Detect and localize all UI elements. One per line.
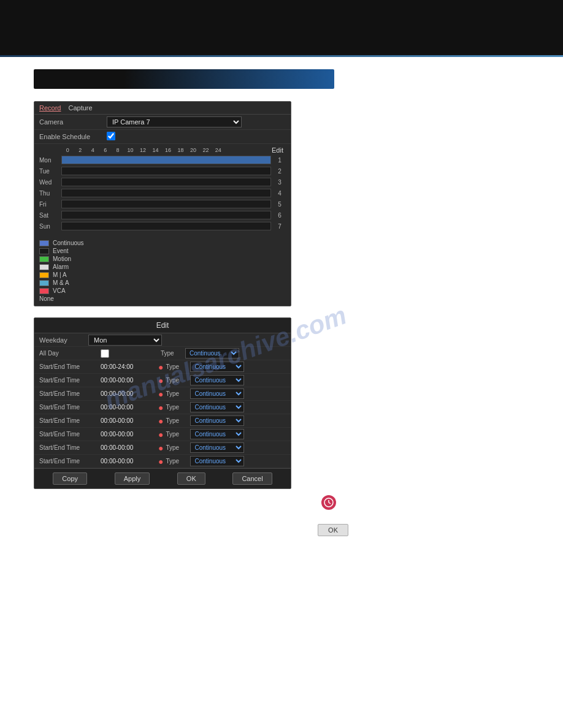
edit-red-icon-5[interactable]: ● [158,430,163,439]
time-12: 12 [137,147,149,153]
edit-field-label-7: Start/End Time [39,458,101,464]
schedule-container: 0 2 4 6 8 10 12 14 16 18 20 22 24 [34,144,291,237]
legend-item-motion: Motion [39,256,286,262]
apply-button[interactable]: Apply [115,472,150,485]
row-number-6: 6 [274,212,286,219]
edit-buttons: Copy Apply OK Cancel [34,468,291,488]
edit-type-select-5[interactable]: ContinuousEventMotionAlarmM | AM & AVCAN… [190,429,244,439]
edit-type-select-1[interactable]: ContinuousEventMotionAlarmM | AM & AVCAN… [190,375,244,385]
edit-type-select-2[interactable]: ContinuousEventMotionAlarmM | AM & AVCAN… [190,389,244,399]
right-ok-button[interactable]: OK [318,524,348,536]
edit-field-label-2: Start/End Time [39,390,101,397]
grid-cells-tue[interactable] [61,167,271,175]
legend-label: Alarm [53,264,69,270]
legend-label: Event [53,248,69,254]
edit-weekday-value: Mon [88,335,286,346]
time-6: 6 [99,147,111,153]
edit-type-select-3[interactable]: ContinuousEventMotionAlarmM | AM & AVCAN… [190,402,244,412]
time-2: 2 [74,147,86,153]
day-label-mon: Mon [39,157,61,164]
edit-time-value-6: 00:00-00:00 [101,444,156,451]
edit-type-label-7: Type [166,458,190,464]
edit-time-row-3: Start/End Time00:00-00:00●TypeContinuous… [34,401,291,414]
weekday-select[interactable]: Mon [88,335,162,346]
grid-cells-thu[interactable] [61,189,271,197]
legend-label: Motion [53,256,71,262]
legend-color-box [39,280,49,286]
grid-cells-mon[interactable] [61,156,271,164]
legend-color-box [39,264,49,270]
edit-type-label-6: Type [166,444,190,451]
legend-item-continuous: Continuous [39,240,286,246]
edit-field-label-1: Start/End Time [39,377,101,384]
edit-type-select-6[interactable]: ContinuousEventMotionAlarmM | AM & AVCAN… [190,442,244,453]
clock-icon-container [321,495,336,510]
row-number-1: 1 [274,157,286,164]
grid-cells-sun[interactable] [61,222,271,230]
edit-red-icon-6[interactable]: ● [158,443,163,453]
day-label-wed: Wed [39,179,61,186]
tab-row: Record Capture [34,102,291,115]
record-panel: Record Capture Camera IP Camera 7 Enable… [34,101,291,306]
svg-line-2 [329,502,331,504]
legend-item-event: Event [39,248,286,254]
tab-record[interactable]: Record [39,104,61,112]
allday-type-label: Type [161,350,185,357]
blue-fill [62,156,270,164]
right-button-container: OK [318,524,348,536]
schedule-day-row-wed: Wed3 [39,177,286,187]
edit-time-row-4: Start/End Time00:00-00:00●TypeContinuous… [34,414,291,428]
grid-cells-sat[interactable] [61,211,271,219]
allday-checkbox[interactable] [101,349,109,358]
grid-cells-wed[interactable] [61,178,271,186]
allday-type-select[interactable]: Continuous Event Motion Alarm M | A M & … [185,348,239,358]
time-8: 8 [112,147,124,153]
row-number-2: 2 [274,168,286,175]
legend-item-vca: VCA [39,287,286,294]
time-14: 14 [149,147,161,153]
schedule-header: 0 2 4 6 8 10 12 14 16 18 20 22 24 [39,146,286,154]
edit-red-icon-1[interactable]: ● [158,376,163,385]
schedule-day-row-tue: Tue2 [39,166,286,176]
edit-field-label-3: Start/End Time [39,404,101,411]
edit-type-select-7[interactable]: ContinuousEventMotionAlarmM | AM & AVCAN… [190,456,244,466]
tab-capture[interactable]: Capture [68,104,92,112]
time-24: 24 [212,147,224,153]
row-number-4: 4 [274,190,286,197]
edit-panel: Edit Weekday Mon All Day Type Continuous [34,317,291,489]
ok-button[interactable]: OK [177,472,205,485]
grid-cells-fri[interactable] [61,200,271,208]
edit-type-label-5: Type [166,431,190,438]
edit-time-row-2: Start/End Time00:00-00:00●TypeContinuous… [34,387,291,401]
edit-time-value-0: 00:00-24:00 [101,363,156,370]
row-number-3: 3 [274,179,286,186]
time-20: 20 [187,147,199,153]
edit-col-header: Edit [224,146,286,154]
camera-select[interactable]: IP Camera 7 [107,116,242,127]
separator-line [0,55,563,57]
time-10: 10 [124,147,136,153]
edit-type-label-4: Type [166,417,190,424]
edit-red-icon-0[interactable]: ● [158,362,163,372]
cancel-button[interactable]: Cancel [232,472,272,485]
legend-label: VCA [53,287,66,294]
edit-panel-title: Edit [34,318,291,333]
edit-red-icon-3[interactable]: ● [158,403,163,412]
header-banner [34,69,334,89]
edit-time-row-0: Start/End Time00:00-24:00●TypeContinuous… [34,360,291,374]
edit-time-value-7: 00:00-00:00 [101,458,156,464]
edit-type-select-4[interactable]: ContinuousEventMotionAlarmM | AM & AVCAN… [190,415,244,426]
edit-red-icon-7[interactable]: ● [158,457,163,466]
edit-red-icon-4[interactable]: ● [158,416,163,426]
enable-schedule-value [107,132,286,142]
schedule-day-row-thu: Thu4 [39,188,286,198]
edit-type-label-3: Type [166,404,190,411]
enable-schedule-row: Enable Schedule [34,130,291,144]
enable-schedule-checkbox[interactable] [107,132,115,140]
legend-color-box [39,248,49,254]
edit-red-icon-2[interactable]: ● [158,389,163,399]
legend-items: ContinuousEventMotionAlarmM | AM & AVCA [39,240,286,294]
legend-label: M & A [53,279,69,286]
edit-type-select-0[interactable]: ContinuousEventMotionAlarmM | AM & AVCAN… [190,362,244,372]
copy-button[interactable]: Copy [53,472,87,485]
